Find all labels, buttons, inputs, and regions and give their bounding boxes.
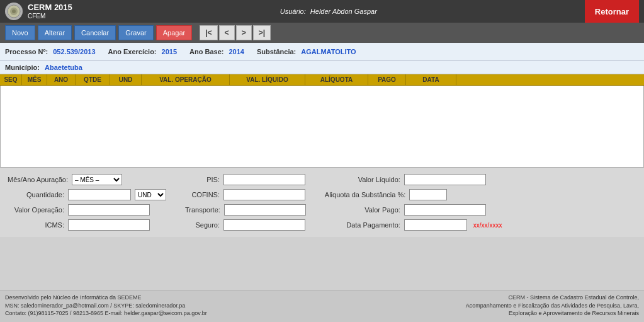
- mes-select[interactable]: – MÊS –: [72, 174, 122, 185]
- substancia-value: AGALMATOLITO: [301, 48, 356, 55]
- retornar-button[interactable]: Retornar: [585, 0, 639, 23]
- form-col-1: Mês/Ano Apuração: – MÊS – Quantidade: UN…: [8, 174, 166, 232]
- valor-pago-label: Valor Pago:: [325, 206, 400, 214]
- table-header: SEQ MÊS ANO QTDE UND VAL. OPERAÇÃO VAL. …: [0, 74, 644, 86]
- icms-row: ICMS:: [8, 219, 166, 231]
- footer-right: CERM - Sistema de Cadastro Estadual de C…: [466, 294, 639, 318]
- pis-input[interactable]: [223, 174, 305, 185]
- table-body: [0, 86, 644, 168]
- form-columns: Mês/Ano Apuração: – MÊS – Quantidade: UN…: [8, 174, 636, 232]
- seguro-label: Seguro:: [185, 221, 220, 229]
- col-qtde: QTDE: [76, 74, 110, 85]
- valor-operacao-input[interactable]: [68, 204, 150, 216]
- novo-button[interactable]: Novo: [5, 25, 35, 40]
- icms-label: ICMS:: [8, 221, 64, 229]
- data-placeholder: xx/xx/xxxx: [473, 222, 502, 229]
- quantidade-row: Quantidade: UND: [8, 189, 166, 200]
- valor-liquido-label: Valor Líquido:: [325, 176, 400, 183]
- process-info-row: Processo Nº: 052.539/2013 Ano Exercício:…: [0, 43, 644, 60]
- processo-value: 052.539/2013: [53, 48, 95, 55]
- alterar-button[interactable]: Alterar: [38, 25, 72, 40]
- toolbar: Novo Alterar Cancelar Gravar Apagar |< <…: [0, 23, 644, 43]
- user-name: Helder Abdon Gaspar: [310, 8, 377, 15]
- footer-left-line1: Desenvolvido pelo Núcleo de Informática …: [5, 294, 207, 302]
- footer: Desenvolvido pelo Núcleo de Informática …: [0, 290, 644, 322]
- valor-liquido-input[interactable]: [404, 174, 486, 185]
- ano-exercicio-label: Ano Exercício:: [108, 48, 157, 55]
- data-pagamento-label: Data Pagamento:: [325, 221, 400, 229]
- quantidade-label: Quantidade:: [8, 191, 64, 198]
- header-left: CERM 2015 CFEM: [5, 3, 72, 20]
- footer-left: Desenvolvido pelo Núcleo de Informática …: [5, 294, 207, 318]
- col-aliquota: ALÍQUOTA: [305, 74, 368, 85]
- cofins-label: COFINS:: [185, 191, 220, 198]
- municipio-value: Abaetetuba: [45, 64, 82, 71]
- seguro-input[interactable]: [223, 219, 305, 231]
- svg-point-2: [12, 9, 16, 13]
- aliquota-row: Aliquota da Substância %:: [325, 189, 502, 200]
- data-pagamento-row: Data Pagamento: xx/xx/xxxx: [325, 219, 502, 231]
- transporte-input[interactable]: [224, 204, 306, 216]
- mes-ano-label: Mês/Ano Apuração:: [8, 176, 68, 183]
- valor-operacao-label: Valor Operação:: [8, 206, 64, 214]
- footer-right-line2: Acompanhamento e Fiscalização das Ativid…: [466, 302, 639, 310]
- col-mes: MÊS: [22, 74, 47, 85]
- col-pago: PAGO: [368, 74, 406, 85]
- gravar-button[interactable]: Gravar: [118, 25, 154, 40]
- nav-first-button[interactable]: |<: [200, 25, 217, 40]
- col-val-operacao: VAL. OPERAÇÃO: [142, 74, 230, 85]
- mes-ano-row: Mês/Ano Apuração: – MÊS –: [8, 174, 166, 185]
- ano-base-label: Ano Base:: [189, 48, 223, 55]
- transporte-label: Transporte:: [185, 206, 220, 214]
- app-title: CERM 2015: [28, 3, 72, 13]
- form-col-3: Valor Líquido: Aliquota da Substância %:…: [325, 174, 502, 232]
- valor-pago-row: Valor Pago:: [325, 204, 502, 216]
- und-select[interactable]: UND: [135, 189, 166, 200]
- ano-base-value: 2014: [229, 48, 244, 55]
- form-area: Mês/Ano Apuração: – MÊS – Quantidade: UN…: [0, 168, 644, 237]
- pis-row: PIS:: [185, 174, 306, 185]
- footer-right-line3: Exploração e Aproveitamento de Recursos …: [466, 309, 639, 318]
- nav-last-button[interactable]: >|: [253, 25, 271, 40]
- col-und: UND: [110, 74, 142, 85]
- quantidade-input[interactable]: [68, 189, 131, 200]
- col-ano: ANO: [47, 74, 76, 85]
- data-table: SEQ MÊS ANO QTDE UND VAL. OPERAÇÃO VAL. …: [0, 74, 644, 168]
- col-seq: SEQ: [0, 74, 22, 85]
- seguro-row: Seguro:: [185, 219, 306, 231]
- aliquota-label: Aliquota da Substância %:: [325, 191, 405, 198]
- app-logo: [5, 3, 23, 20]
- form-col-2: PIS: COFINS: Transporte: Seguro:: [185, 174, 306, 232]
- valor-liquido-row: Valor Líquido:: [325, 174, 502, 185]
- app-subtitle: CFEM: [28, 13, 72, 20]
- col-data: DATA: [406, 74, 456, 85]
- valor-pago-input[interactable]: [404, 204, 486, 216]
- icms-input[interactable]: [68, 219, 150, 231]
- municipio-label: Município:: [5, 64, 40, 71]
- data-pagamento-input[interactable]: [404, 219, 467, 231]
- nav-next-button[interactable]: >: [236, 25, 252, 40]
- ano-exercicio-value: 2015: [162, 48, 177, 55]
- col-val-liquido: VAL. LÍQUIDO: [230, 74, 305, 85]
- footer-left-line3: Contato: (91)98115-7025 / 98213-8965 E-m…: [5, 309, 207, 318]
- processo-label: Processo Nº:: [5, 48, 48, 55]
- apagar-button[interactable]: Apagar: [156, 25, 192, 40]
- substancia-label: Substância:: [257, 48, 296, 55]
- nav-prev-button[interactable]: <: [219, 25, 235, 40]
- app-title-block: CERM 2015 CFEM: [28, 3, 72, 20]
- cancelar-button[interactable]: Cancelar: [74, 25, 116, 40]
- valor-operacao-row: Valor Operação:: [8, 204, 166, 216]
- cofins-row: COFINS:: [185, 189, 306, 200]
- header-user: Usuário: Helder Abdon Gaspar: [280, 8, 377, 15]
- footer-left-line2: MSN: saledominerador_pa@hotmail.com / SK…: [5, 302, 207, 310]
- cofins-input[interactable]: [223, 189, 305, 200]
- transporte-row: Transporte:: [185, 204, 306, 216]
- user-label: Usuário:: [280, 8, 306, 15]
- municipio-row: Município: Abaetetuba: [0, 60, 644, 74]
- header: CERM 2015 CFEM Usuário: Helder Abdon Gas…: [0, 0, 644, 23]
- aliquota-input[interactable]: [409, 189, 447, 200]
- footer-right-line1: CERM - Sistema de Cadastro Estadual de C…: [466, 294, 639, 302]
- pis-label: PIS:: [185, 176, 220, 183]
- nav-group: |< < > >|: [200, 25, 271, 40]
